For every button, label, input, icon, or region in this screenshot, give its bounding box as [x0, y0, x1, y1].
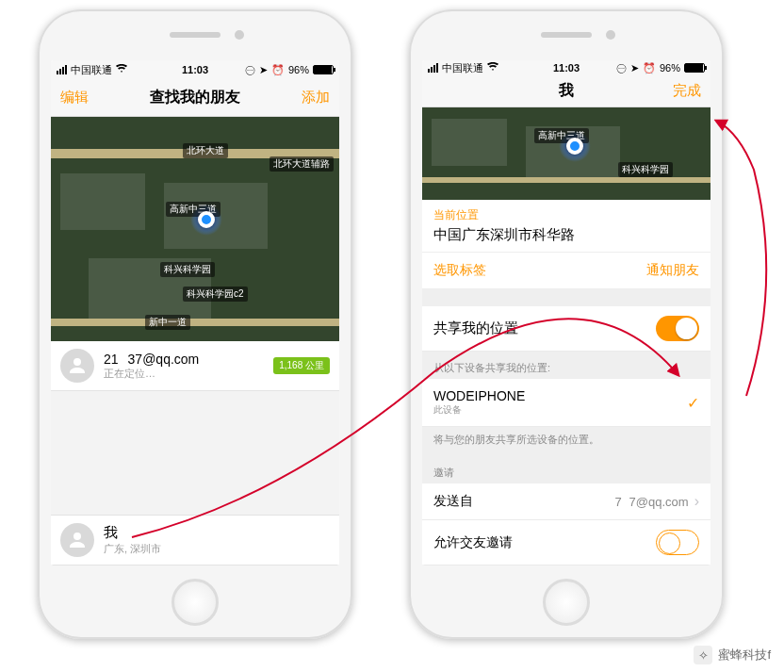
me-sub: 广东, 深圳市: [104, 542, 330, 556]
location-pin[interactable]: 高新中三道: [190, 204, 222, 236]
phone-left: 中国联通 11:03 ㊀ ➤ ⏰ 96% 编辑 查找我的朋友 添加: [38, 9, 352, 639]
tag-row: 选取标签 通知朋友: [422, 253, 710, 289]
avatar-icon: [60, 349, 94, 383]
done-button[interactable]: 完成: [673, 82, 701, 100]
distance-badge: 1,168 公里: [273, 357, 330, 374]
front-camera: [235, 30, 244, 40]
select-tag-button[interactable]: 选取标签: [433, 262, 486, 279]
add-button[interactable]: 添加: [302, 89, 330, 107]
road-label: 科兴科学园: [160, 262, 215, 277]
avatar-icon: [60, 523, 94, 557]
current-location-cell[interactable]: 当前位置 中国广东深圳市科华路: [422, 200, 710, 253]
share-location-label: 共享我的位置: [433, 320, 518, 337]
friend-name-prefix: 21: [104, 352, 119, 367]
empty-area: [51, 391, 339, 515]
checkmark-icon: ✓: [687, 394, 699, 412]
chevron-right-icon: ›: [694, 493, 699, 510]
share-location-toggle[interactable]: [656, 316, 699, 341]
phone-right: 中国联通 11:03 ㊀ ➤ ⏰ 96% 我 完成 科兴科学园: [409, 9, 724, 639]
current-location-label: 当前位置: [433, 207, 699, 223]
allow-invite-label: 允许交友邀请: [433, 534, 513, 551]
status-bar: 中国联通 11:03 ㊀ ➤ ⏰ 96%: [422, 60, 710, 76]
map-view[interactable]: 北环大道 北环大道辅路 科兴科学园 科兴科学园c2 新中一道 高新中三道: [51, 117, 339, 341]
screen-left: 中国联通 11:03 ㊀ ➤ ⏰ 96% 编辑 查找我的朋友 添加: [51, 60, 339, 565]
device-group-footer: 将与您的朋友共享所选设备的位置。: [422, 427, 710, 456]
send-from-cell[interactable]: 发送自 7 7@qq.com ›: [422, 484, 710, 520]
me-row[interactable]: 我 广东, 深圳市: [51, 515, 339, 565]
status-bar: 中国联通 11:03 ㊀ ➤ ⏰ 96%: [51, 60, 339, 79]
map-view[interactable]: 科兴科学园 高新中三道: [422, 107, 710, 200]
friend-name-suffix: 37@qq.com: [128, 352, 200, 367]
home-button[interactable]: [172, 579, 219, 626]
wechat-icon: ✧: [694, 646, 712, 664]
watermark: ✧ 蜜蜂科技f: [694, 646, 771, 664]
speaker-slot: [170, 32, 220, 38]
road-label: 科兴科学园c2: [183, 287, 248, 302]
front-camera: [606, 30, 615, 40]
device-group-header: 从以下设备共享我的位置:: [422, 352, 710, 379]
nav-bar: 我 完成: [422, 76, 710, 107]
friend-status: 正在定位…: [104, 367, 273, 381]
location-pin[interactable]: 高新中三道: [559, 130, 591, 162]
clock: 11:03: [51, 64, 339, 75]
send-from-label: 发送自: [433, 493, 473, 510]
send-from-prefix: 7: [614, 495, 621, 509]
device-sub: 此设备: [433, 403, 525, 417]
battery-icon: [313, 65, 334, 74]
page-title: 我: [422, 81, 710, 101]
screen-right: 中国联通 11:03 ㊀ ➤ ⏰ 96% 我 完成 科兴科学园: [422, 60, 710, 565]
allow-invite-cell: 允许交友邀请: [422, 520, 710, 565]
invite-header: 邀请: [422, 456, 710, 484]
road-label: 新中一道: [145, 315, 190, 330]
battery-icon: [684, 63, 705, 73]
nav-bar: 编辑 查找我的朋友 添加: [51, 79, 339, 117]
me-label: 我: [104, 524, 330, 542]
share-location-cell: 共享我的位置: [422, 306, 710, 352]
clock: 11:03: [422, 62, 710, 74]
allow-invite-toggle[interactable]: [656, 530, 699, 555]
edit-button[interactable]: 编辑: [60, 89, 89, 107]
device-row[interactable]: WODEIPHONE 此设备 ✓: [422, 379, 710, 427]
notify-friends-button[interactable]: 通知朋友: [646, 262, 699, 279]
friend-row[interactable]: 21 37@qq.com 正在定位… 1,168 公里: [51, 341, 339, 391]
send-from-suffix: 7@qq.com: [629, 495, 689, 509]
watermark-text: 蜜蜂科技f: [718, 647, 771, 664]
road-label: 北环大道辅路: [270, 156, 334, 172]
current-location-value: 中国广东深圳市科华路: [433, 226, 699, 244]
page-title: 查找我的朋友: [51, 88, 339, 107]
home-button[interactable]: [543, 579, 590, 626]
speaker-slot: [541, 32, 592, 38]
road-label: 科兴科学园: [618, 162, 673, 177]
device-name: WODEIPHONE: [433, 388, 525, 403]
road-label: 北环大道: [183, 143, 228, 158]
